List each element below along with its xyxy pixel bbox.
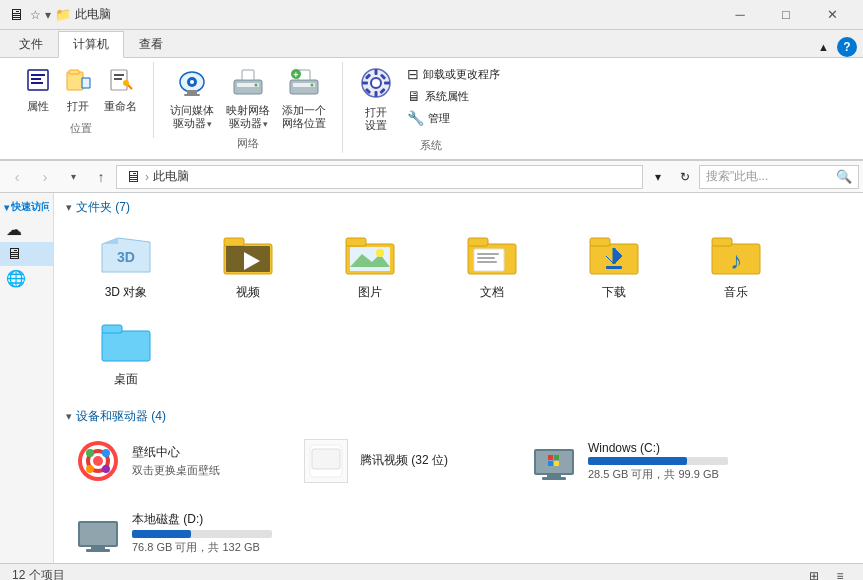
svg-rect-81	[548, 461, 553, 466]
ribbon-content: 属性 打开 重命名 位置 访问媒体驱动器▾	[0, 58, 863, 161]
svg-rect-86	[86, 549, 110, 552]
rename-button[interactable]: 重命名	[100, 64, 141, 115]
title-bar-separator1: ▾	[45, 8, 51, 22]
title-bar: 🖥 ☆ ▾ 📁 此电脑 ─ □ ✕	[0, 0, 863, 30]
content-area: ▾ 文件夹 (7) 3D 3D 对象	[54, 193, 863, 563]
manage-button[interactable]: 🔧 管理	[401, 108, 506, 128]
folders-section-header[interactable]: ▾ 文件夹 (7)	[66, 199, 851, 216]
sidebar-item-onedrive[interactable]: ☁	[0, 217, 53, 242]
uninstall-icon: ⊟	[407, 66, 419, 82]
title-bar-title: 此电脑	[75, 6, 111, 23]
folder-video[interactable]: 视频	[188, 222, 308, 307]
dropdown-button[interactable]: ▾	[645, 170, 671, 184]
svg-rect-50	[474, 249, 504, 271]
folder-3d-icon-wrap: 3D	[96, 228, 156, 280]
uninstall-button[interactable]: ⊟ 卸载或更改程序	[401, 64, 506, 84]
minimize-button[interactable]: ─	[717, 0, 763, 30]
ribbon-collapse-icon[interactable]: ▲	[818, 41, 829, 53]
svg-rect-5	[69, 70, 79, 74]
svg-rect-20	[242, 70, 254, 80]
folder-doc-icon-wrap	[462, 228, 522, 280]
system-right-btns: ⊟ 卸载或更改程序 🖥 系统属性 🔧 管理	[401, 64, 506, 128]
svg-point-19	[255, 84, 258, 87]
settings-icon	[359, 66, 393, 104]
drive-wallpaper[interactable]: 壁纸中心 双击更换桌面壁纸	[66, 431, 286, 491]
onedrive-icon: ☁	[6, 220, 22, 239]
forward-button[interactable]: ›	[32, 165, 58, 189]
maximize-button[interactable]: □	[763, 0, 809, 30]
svg-text:3D: 3D	[117, 249, 135, 265]
quick-access-icon: ☆	[30, 8, 41, 22]
address-separator: ›	[145, 170, 149, 184]
access-media-label: 访问媒体驱动器▾	[170, 104, 214, 130]
folder-desktop-name: 桌面	[114, 371, 138, 388]
folder-music[interactable]: ♪ 音乐	[676, 222, 796, 307]
folder-desktop[interactable]: 桌面	[66, 309, 186, 394]
svg-point-72	[102, 465, 110, 473]
svg-rect-30	[375, 91, 378, 97]
ribbon-location-items: 属性 打开 重命名	[20, 64, 141, 117]
search-icon[interactable]: 🔍	[836, 169, 852, 184]
svg-point-70	[102, 449, 110, 457]
windows-c-bar-fill	[588, 457, 687, 465]
svg-rect-58	[606, 266, 622, 269]
status-bar: 12 个项目 ⊞ ≡	[0, 563, 863, 580]
properties-button[interactable]: 属性	[20, 64, 56, 115]
folder-download[interactable]: 下载	[554, 222, 674, 307]
tab-computer[interactable]: 计算机	[58, 31, 124, 58]
folders-grid: 3D 3D 对象 视频	[66, 222, 851, 394]
tab-file[interactable]: 文件	[4, 31, 58, 57]
drives-section-header[interactable]: ▾ 设备和驱动器 (4)	[66, 408, 851, 425]
folder-doc[interactable]: 文档	[432, 222, 552, 307]
sidebar-quick-access[interactable]: ▾ 快速访问	[0, 197, 53, 217]
svg-rect-62	[102, 331, 150, 361]
svg-point-69	[86, 449, 94, 457]
access-media-button[interactable]: 访问媒体驱动器▾	[166, 64, 218, 132]
sidebar-item-network[interactable]: 🌐	[0, 266, 53, 291]
windows-c-bar-bg	[588, 457, 728, 465]
up-button[interactable]: ↑	[88, 165, 114, 189]
drive-windows-c[interactable]: Windows (C:) 28.5 GB 可用，共 99.9 GB	[522, 431, 742, 491]
wallpaper-name: 壁纸中心	[132, 444, 278, 461]
ribbon-group-network: 访问媒体驱动器▾ 映射网络驱动器▾ + 添加一个网络位置 网络	[154, 62, 343, 153]
network-icon: 🌐	[6, 269, 26, 288]
svg-rect-4	[67, 72, 83, 90]
access-media-icon	[176, 66, 208, 102]
back-button[interactable]: ‹	[4, 165, 30, 189]
drive-tencent[interactable]: 腾讯视频 (32 位)	[294, 431, 514, 491]
properties-icon	[24, 66, 52, 98]
windows-c-icon-wrap	[530, 437, 578, 485]
open-button[interactable]: 打开	[60, 64, 96, 115]
windows-c-name: Windows (C:)	[588, 441, 734, 455]
sys-properties-button[interactable]: 🖥 系统属性	[401, 86, 506, 106]
recent-locations-button[interactable]: ▾	[60, 165, 86, 189]
address-path[interactable]: 🖥 › 此电脑	[116, 165, 643, 189]
folder-3d[interactable]: 3D 3D 对象	[66, 222, 186, 307]
address-bar: ‹ › ▾ ↑ 🖥 › 此电脑 ▾ ↻ 搜索"此电... 🔍	[0, 161, 863, 193]
svg-rect-78	[542, 477, 566, 480]
map-network-label: 映射网络驱动器▾	[226, 104, 270, 130]
open-settings-button[interactable]: 打开设置	[355, 64, 397, 134]
sidebar-item-thispc[interactable]: 🖥	[0, 242, 53, 266]
svg-rect-45	[346, 238, 366, 246]
drives-title: 设备和驱动器 (4)	[76, 408, 166, 425]
folder-picture[interactable]: 图片	[310, 222, 430, 307]
address-path-icon: 🖥	[125, 168, 141, 186]
view-icon-list[interactable]: ≡	[829, 565, 851, 580]
refresh-button[interactable]: ↻	[673, 165, 697, 189]
map-network-button[interactable]: 映射网络驱动器▾	[222, 64, 274, 132]
add-network-button[interactable]: + 添加一个网络位置	[278, 64, 330, 132]
drives-grid: 壁纸中心 双击更换桌面壁纸 腾讯视频 (32 位)	[66, 431, 851, 563]
view-icon-grid[interactable]: ⊞	[803, 565, 825, 580]
rename-label: 重命名	[104, 100, 137, 113]
ribbon-controls: ▲ ?	[818, 37, 863, 57]
tab-view[interactable]: 查看	[124, 31, 178, 57]
drive-local-d[interactable]: 本地磁盘 (D:) 76.8 GB 可用，共 132 GB	[66, 503, 286, 563]
ribbon-group-location: 属性 打开 重命名 位置	[8, 62, 154, 138]
svg-rect-53	[477, 261, 497, 263]
search-box[interactable]: 搜索"此电... 🔍	[699, 165, 859, 189]
local-d-icon-wrap	[74, 509, 122, 557]
help-button[interactable]: ?	[837, 37, 857, 57]
svg-rect-63	[102, 325, 122, 333]
close-button[interactable]: ✕	[809, 0, 855, 30]
